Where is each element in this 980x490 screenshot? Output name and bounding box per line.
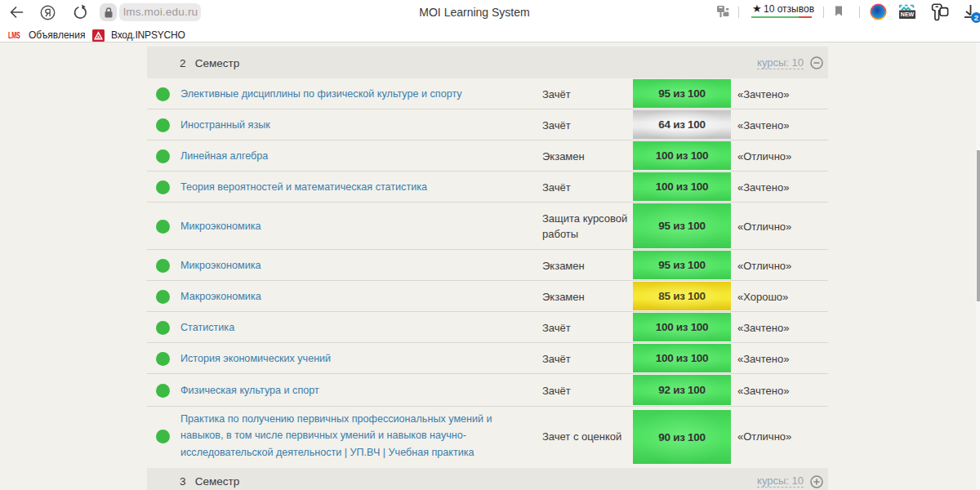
svg-text:NEW: NEW bbox=[901, 11, 915, 17]
